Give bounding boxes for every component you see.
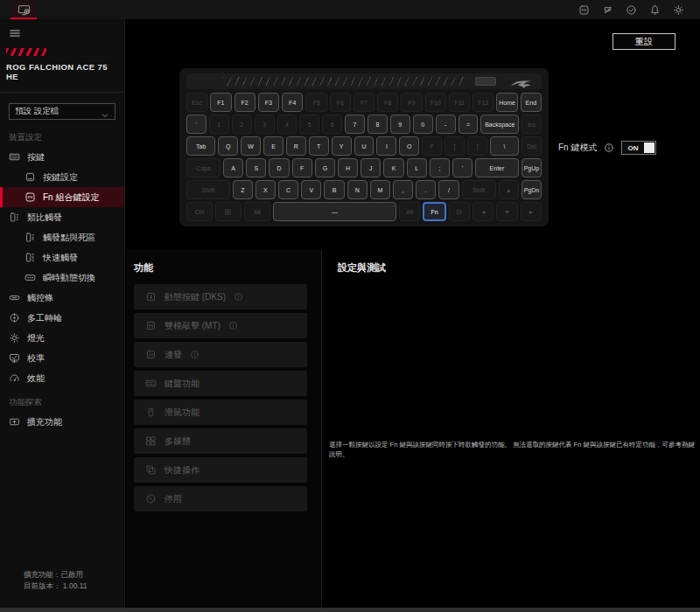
key-9[interactable]: 9 [390,115,410,134]
hamburger-menu-icon[interactable] [9,27,21,38]
sidebar-item-0-1[interactable]: 按鍵設定 [0,167,124,187]
key-K[interactable]: K [383,158,403,177]
sidebar-item-0-3[interactable]: 類比觸發 [0,207,124,227]
key-F[interactable]: F [292,158,312,177]
sidebar-item-0-9[interactable]: 燈光 [0,328,124,348]
key-S[interactable]: S [246,158,266,177]
key-;[interactable]: ; [430,158,450,177]
key-F1[interactable]: F1 [210,93,231,112]
notifications-icon[interactable] [649,4,661,16]
key-U[interactable]: U [354,136,374,156]
function-button-mt[interactable]: 雙模敲擊 (MT) [134,313,307,338]
key-'[interactable]: ' [452,158,472,177]
info-icon[interactable] [604,143,614,153]
update-check-icon[interactable] [626,4,637,16]
function-button-turbo[interactable]: 連發 [134,342,307,367]
aura-sync-icon[interactable] [602,4,613,16]
key-Tab[interactable]: Tab [186,136,215,156]
key-R[interactable]: R [286,136,306,156]
sidebar-item-0-4[interactable]: 觸發點與死區 [0,227,124,247]
key-7[interactable]: 7 [345,115,365,134]
key-Q[interactable]: Q [218,136,238,156]
sidebar-item-0-2[interactable]: FNFn 組合鍵設定 [0,187,124,207]
key-M[interactable]: M [370,180,390,199]
horizontal-scrollbar[interactable] [0,608,700,612]
sidebar-item-0-6[interactable]: 瞬時動態切換 [0,268,124,288]
key-label: Shift [202,187,214,193]
function-button-keyboard-func[interactable]: 鍵盤功能 [134,371,307,396]
key-F4[interactable]: F4 [282,93,303,112]
key-D[interactable]: D [269,158,289,177]
key-F8: F8 [377,93,398,112]
key-F3[interactable]: F3 [258,93,279,112]
key-label: ◄ [480,209,486,215]
key-Home[interactable]: Home [496,93,517,112]
multi-wheel-icon [9,312,20,323]
sidebar-item-1-0[interactable]: 擴充功能 [0,412,124,432]
key-Z[interactable]: Z [233,180,253,199]
function-button-dks[interactable]: 動態按鍵 (DKS) [134,284,307,309]
key-N[interactable]: N [347,180,368,199]
reset-button[interactable]: 重設 [612,33,676,50]
sidebar-item-label: 觸控條 [27,292,53,304]
key-Enter[interactable]: Enter [475,158,519,177]
sidebar-item-0-5[interactable]: 快速觸發 [0,247,124,268]
function-button-shortcut[interactable]: 快捷操作 [134,457,307,483]
key-=[interactable]: = [458,115,479,134]
key--[interactable]: - [436,115,456,134]
key-H[interactable]: H [338,158,358,177]
info-icon[interactable] [190,350,200,359]
key-,[interactable]: , [393,180,413,199]
device-tab[interactable] [10,0,37,19]
key-label: PgUp [524,165,540,171]
key-L[interactable]: L [407,158,427,177]
key-0[interactable]: 0 [413,115,433,134]
key-G[interactable]: G [315,158,335,177]
key-E[interactable]: E [263,136,284,156]
key-W[interactable]: W [241,136,261,156]
key-Backspace[interactable]: Backspace [480,115,519,134]
function-button-disable[interactable]: 停用 [134,486,307,511]
key-A[interactable]: A [223,158,243,177]
sidebar-item-0-7[interactable]: 觸控條 [0,288,124,308]
key-\[interactable]: \ [490,136,519,156]
key-I[interactable]: I [376,136,396,156]
info-icon[interactable] [234,292,243,302]
function-button-multimedia[interactable]: 多媒體 [134,428,307,454]
fn-hotkeys-icon[interactable]: FN [578,4,590,16]
key-8[interactable]: 8 [368,115,388,134]
keyboard-rows: EscF1F2F3F4F5F6F7F8F9F10F11F12HomeEnd`12… [186,93,542,221]
key-Fn[interactable]: Fn [423,202,445,221]
key-—[interactable]: — [273,202,396,221]
function-button-mouse-func[interactable]: 滑鼠功能 [134,400,307,425]
info-icon[interactable] [228,321,238,330]
key-PgUp[interactable]: PgUp [522,158,542,177]
sidebar-item-0-10[interactable]: 校準 [0,348,124,368]
key-T[interactable]: T [309,136,329,156]
settings-icon[interactable] [673,4,684,16]
key-X[interactable]: X [256,180,276,199]
key-O[interactable]: O [399,136,419,156]
sidebar-item-label: 擴充功能 [27,416,62,428]
function-button-label: 多媒體 [164,435,191,448]
key-PgDn[interactable]: PgDn [522,180,542,199]
key-label: F12 [478,100,488,106]
key-/[interactable]: / [438,180,458,199]
profile-dropdown[interactable]: 預設 設定檔 [9,103,116,120]
key-F2[interactable]: F2 [234,93,256,112]
divider [0,92,124,93]
key-`[interactable]: ` [186,115,206,134]
key-B[interactable]: B [324,180,344,199]
key-.[interactable]: . [416,180,436,199]
sidebar-item-0-11[interactable]: 效能 [0,368,124,388]
key-V[interactable]: V [301,180,321,199]
fn-mode-toggle[interactable]: ON [621,141,656,155]
key-label: Caps [196,165,210,171]
key-End[interactable]: End [521,93,542,112]
key-Y[interactable]: Y [332,136,352,156]
key-C[interactable]: C [278,180,298,199]
sidebar-item-0-8[interactable]: 多工轉輪 [0,308,124,328]
keyboard-row-3: CapsASDFGHJKL;'EnterPgUp [186,158,542,177]
key-J[interactable]: J [360,158,381,177]
sidebar-item-0-0[interactable]: 按鍵 [0,147,124,167]
